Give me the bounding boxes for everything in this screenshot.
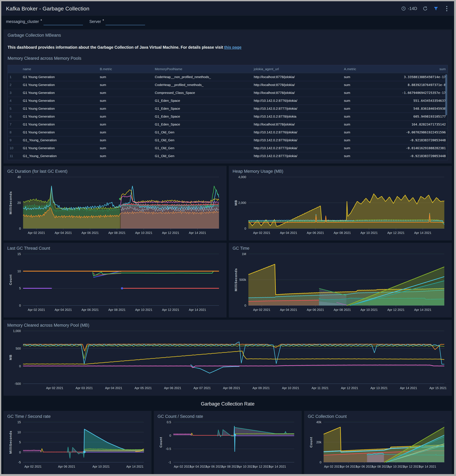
cell-sum: 8.883921876497371e-8 [384,81,448,89]
svg-text:500k: 500k [239,278,246,281]
time-range-control[interactable]: -14D [401,6,417,11]
cell-sum: 3.3358813885450714e-17 [384,73,448,81]
gc-count-rate-panel: GC Count / Second rate -1-0.500.5CountAp… [154,411,302,474]
kebab-menu-icon[interactable] [444,6,449,11]
svg-text:Apr 10 2021: Apr 10 2021 [360,231,378,235]
svg-text:Apr 08 2021: Apr 08 2021 [372,465,389,468]
svg-text:Apr 14 2021: Apr 14 2021 [414,231,431,235]
cell-jolokia-url: http://10.142.0.2:8776/jolokia/ [252,128,342,136]
page-title: Kafka Broker - Garbage Collection [6,6,89,12]
mbeans-panel-title: Garbage Collection MBeans [8,33,448,38]
row-index: 3 [8,89,21,97]
cell-b-metric: sum [98,97,153,105]
svg-text:15: 15 [17,252,21,256]
gc-collection-count-chart: 020k40kCountApr 02 2021Apr 04 2021Apr 06… [308,420,448,471]
col-jolokia-agent-url[interactable]: jolokia_agent_url [252,65,342,73]
svg-text:Apr 07 2021: Apr 07 2021 [194,386,211,390]
cell-b-metric: sum [98,112,153,120]
heap-memory-panel: Heap Memory Usage (MB) 02,0004,000MBApr … [229,166,452,240]
svg-text:0: 0 [19,304,21,307]
svg-text:-0.5: -0.5 [166,447,171,450]
cell-memory-pool: Compressed_Class_Space [153,89,252,97]
cell-memory-pool: CodeHeap__non_profiled_nmethods_ [153,73,252,81]
svg-text:Apr 04 2021: Apr 04 2021 [280,308,297,312]
svg-text:5: 5 [19,441,21,444]
svg-text:Apr 12 2021: Apr 12 2021 [341,386,358,390]
row-index: 2 [8,81,21,89]
svg-text:Apr 12 2021: Apr 12 2021 [403,465,420,468]
svg-text:Apr 10 2021: Apr 10 2021 [387,465,405,468]
svg-text:-5: -5 [18,460,21,464]
col-name[interactable]: name [21,65,98,73]
col-sum[interactable]: sum [384,65,448,73]
cell-a-metric: sum [342,112,384,120]
cell-jolokia-url: http://10.142.0.2:8778/jolokia [252,112,342,120]
svg-text:0: 0 [169,434,171,437]
svg-text:Apr 14 2021: Apr 14 2021 [414,308,431,312]
svg-text:Apr 04 2021: Apr 04 2021 [280,231,297,235]
gc-duration-chart: 02040MilliSecondsApr 02 2021Apr 04 2021A… [7,175,223,237]
cell-name: G1 Young Generation [21,105,98,112]
svg-text:Apr 06 2021: Apr 06 2021 [356,465,373,468]
cell-sum: -0.007029861922451596 [384,128,448,136]
server-input[interactable] [106,19,145,25]
col-b-metric[interactable]: B.metric [98,65,153,73]
svg-text:Count: Count [159,437,163,448]
chart-title: Memory Cleared across Memory Pool (MB) [7,323,448,328]
filter-label: Server [89,19,101,24]
svg-text:Apr 14 2021: Apr 14 2021 [189,308,206,312]
svg-text:Apr 02 2021: Apr 02 2021 [28,231,45,235]
required-asterisk: * [102,19,104,23]
cell-jolokia-url: http://10.142.0.2:8777/jolokia/ [252,105,342,112]
svg-text:1,000: 1,000 [13,329,21,333]
svg-text:Count: Count [9,274,12,285]
cell-memory-pool: G1_Eden_Space [153,97,252,105]
cell-name: G1 Young Generation [21,89,98,97]
required-asterisk: * [41,19,42,23]
filter-server: Server * [89,19,145,25]
col-a-metric[interactable]: A.metric [342,65,384,73]
svg-text:Apr 02 2021: Apr 02 2021 [253,231,270,235]
cell-a-metric: sum [342,144,384,152]
cell-sum: -0.9218383720053448 [384,136,448,144]
this-page-link[interactable]: this page [224,45,242,50]
cell-jolokia-url: http://localhost:8778/jolokia/ [252,73,342,81]
messaging-cluster-input[interactable] [43,19,83,25]
cell-sum: 551.6434543354637 [384,97,448,105]
svg-text:Apr 11 2021: Apr 11 2021 [312,386,329,390]
svg-text:MilliSeconds: MilliSeconds [234,268,238,291]
refresh-icon[interactable] [422,6,428,11]
row-index: 10 [8,144,21,152]
cell-name: G1 Young Generation [21,112,98,120]
cell-a-metric: sum [342,73,384,81]
chart-title: Heap Memory Usage (MB) [233,169,448,174]
section-title: Garbage Collection Rate [1,398,454,411]
cell-name: G1 Young Generation [21,120,98,128]
cell-memory-pool: G1_Old_Gen [153,136,252,144]
svg-text:Apr 02 2021: Apr 02 2021 [174,465,191,468]
chart-title: GC Time / Second rate [7,414,148,419]
table-row: 8 G1 Young Generation sum G1_Old_Gen htt… [8,128,448,136]
svg-text:0: 0 [320,460,321,464]
svg-text:Apr 04 2021: Apr 04 2021 [55,308,72,312]
svg-text:MilliSeconds: MilliSeconds [9,431,12,454]
gc-time-rate-panel: GC Time / Second rate -5051015MilliSecon… [3,411,152,474]
svg-text:0: 0 [19,365,21,368]
svg-text:20: 20 [17,201,21,204]
svg-text:Apr 14 2021: Apr 14 2021 [269,465,286,468]
row-index: 11 [8,152,21,160]
cell-b-metric: sum [98,152,153,160]
filter-icon[interactable] [433,6,439,11]
table-row: 1 G1 Young Generation sum CodeHeap__non_… [8,73,448,81]
cell-sum: -0.014616291088282381 [384,144,448,152]
cell-sum: 164.82823471735142 [384,120,448,128]
svg-text:Apr 02 2021: Apr 02 2021 [324,465,341,468]
svg-text:Apr 10 2021: Apr 10 2021 [360,308,378,312]
svg-text:Apr 12 2021: Apr 12 2021 [387,231,405,235]
table-scrollbar[interactable] [445,74,447,115]
thread-count-chart: 051015CountApr 02 2021Apr 04 2021Apr 06 … [7,252,223,314]
cell-a-metric: sum [342,89,384,97]
col-memory-pool-name[interactable]: MemoryPoolName [153,65,252,73]
table-row: 4 G1 Young Generation sum G1_Eden_Space … [8,97,448,105]
svg-text:Apr 12 2021: Apr 12 2021 [387,308,405,312]
